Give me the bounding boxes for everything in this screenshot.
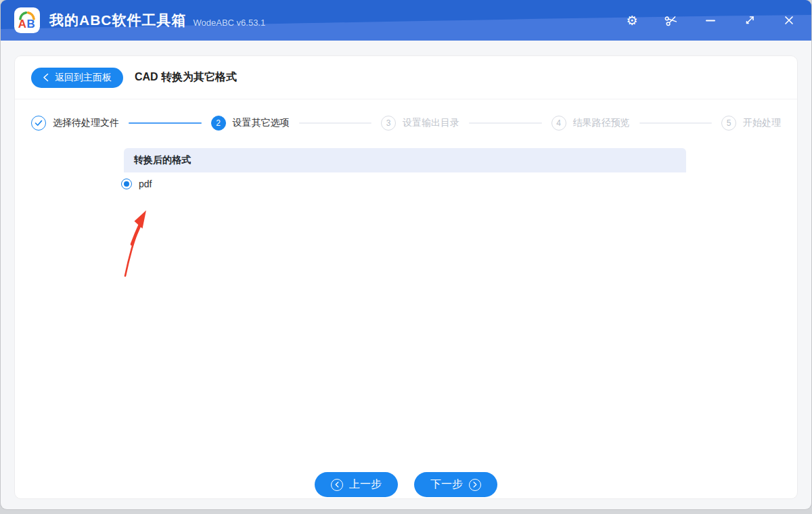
app-logo-icon: A B [14,7,40,33]
screenshot-button[interactable] [662,11,680,29]
minus-icon [705,15,716,26]
circle-chevron-right-icon [469,479,481,491]
radio-button-icon[interactable] [121,179,132,189]
previous-step-button[interactable]: 上一步 [315,472,398,497]
page-title: CAD 转换为其它格式 [135,70,237,85]
step-4-circle: 4 [551,116,566,131]
previous-step-label: 上一步 [349,477,382,492]
resize-button[interactable] [741,11,759,29]
step-select-files: 1 选择待处理文件 [31,116,119,131]
back-to-main-button[interactable]: 返回到主面板 [31,68,123,88]
step-set-options: 2 设置其它选项 [211,116,290,131]
check-icon [35,120,43,126]
step-2-label: 设置其它选项 [233,117,290,129]
svg-text:B: B [26,18,35,30]
wizard-steps: 1 选择待处理文件 2 设置其它选项 [15,99,797,131]
step-connector [299,122,372,124]
panel-title: 转换后的格式 [134,154,191,166]
annotation-arrow [120,208,164,281]
minimize-button[interactable] [702,11,719,29]
circle-chevron-left-icon [331,479,343,491]
step-connector [469,122,542,124]
settings-button[interactable]: ⚙ [623,11,641,29]
step-2-circle: 2 [211,116,226,131]
app-title: 我的ABC软件工具箱 [49,11,187,30]
step-4-label: 结果路径预览 [573,117,630,129]
wizard-footer: 上一步 下一步 [15,472,797,497]
step-1-circle: 1 [31,116,46,131]
scissors-icon [663,12,679,28]
titlebar: A B 我的ABC软件工具箱 WodeABC v6.53.1 ⚙ [1,0,811,41]
format-option-pdf[interactable]: pdf [121,179,152,189]
step-output-dir: 3 设置输出目录 [381,116,459,131]
app-version: WodeABC v6.53.1 [194,18,266,28]
next-step-label: 下一步 [430,477,463,492]
step-3-label: 设置输出目录 [403,117,459,129]
chevron-left-icon [43,73,49,82]
app-window: A B 我的ABC软件工具箱 WodeABC v6.53.1 ⚙ [1,0,811,509]
step-1-label: 选择待处理文件 [53,117,119,129]
step-3-circle: 3 [381,116,396,131]
main-card: 返回到主面板 CAD 转换为其它格式 1 选择待处理文件 [14,55,798,499]
back-button-label: 返回到主面板 [55,72,112,84]
step-content: 转换后的格式 pdf [15,131,797,189]
close-button[interactable] [780,11,798,29]
gear-icon: ⚙ [626,14,637,27]
step-result-preview: 4 结果路径预览 [551,116,630,131]
svg-text:A: A [18,18,26,30]
step-5-label: 开始处理 [743,117,781,129]
step-start-process: 5 开始处理 [721,116,781,131]
diagonal-arrows-icon [744,14,756,26]
format-option-label: pdf [139,179,152,189]
card-header: 返回到主面板 CAD 转换为其它格式 [15,56,797,99]
x-icon [784,15,794,26]
step-connector [639,122,713,124]
step-5-circle: 5 [721,116,736,131]
format-panel-header: 转换后的格式 [124,148,686,172]
next-step-button[interactable]: 下一步 [414,472,497,497]
step-connector [129,122,202,124]
